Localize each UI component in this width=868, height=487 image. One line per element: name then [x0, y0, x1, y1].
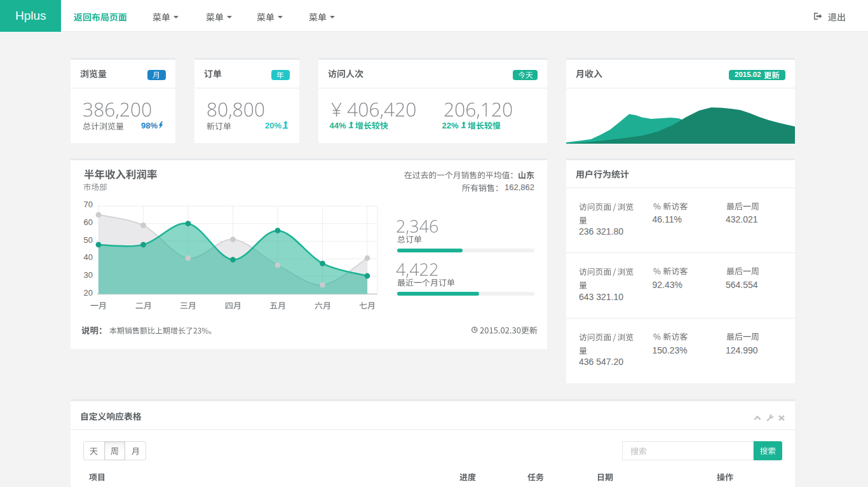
svg-text:30: 30 [84, 270, 93, 280]
svg-text:50: 50 [84, 235, 93, 245]
svg-text:60: 60 [84, 217, 93, 227]
svg-text:20: 20 [84, 288, 93, 298]
svg-text:70: 70 [84, 200, 93, 209]
svg-text:40: 40 [84, 252, 93, 262]
